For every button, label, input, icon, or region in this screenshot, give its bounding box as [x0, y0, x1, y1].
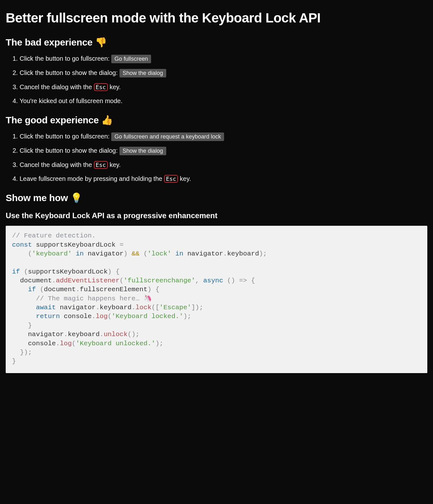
- code-punct: (: [40, 286, 44, 293]
- code-punct: ]: [191, 304, 195, 311]
- code-punct: (: [119, 277, 124, 284]
- code-punct: .: [64, 331, 68, 338]
- code-punct: {: [156, 286, 160, 293]
- code-punct: }: [12, 358, 16, 365]
- code-punct: ): [259, 250, 263, 257]
- code-ident: document: [20, 277, 52, 284]
- show-dialog-button[interactable]: Show the dialog: [119, 69, 166, 77]
- code-keyword: if: [28, 286, 36, 293]
- go-fullscreen-button[interactable]: Go fullscreen: [111, 55, 151, 63]
- article: Better fullscreen mode with the Keyboard…: [0, 0, 433, 386]
- code-punct: .: [56, 340, 60, 347]
- code-punct: ): [231, 277, 235, 284]
- code-ident: navigator: [60, 304, 95, 311]
- code-string: 'fullscreenchange': [124, 277, 195, 284]
- esc-key: Esc: [94, 161, 108, 169]
- code-punct: .: [92, 313, 96, 320]
- code-string: 'Escape': [159, 304, 191, 311]
- list-item: Cancel the dialog with the Esc key.: [20, 83, 427, 91]
- code-fn: addEventListener: [56, 277, 120, 284]
- code-punct: .: [223, 250, 227, 257]
- code-punct: .: [96, 304, 100, 311]
- code-comment: // Feature detection.: [12, 232, 96, 239]
- code-fn: log: [96, 313, 108, 320]
- code-ident: navigator: [187, 250, 223, 257]
- list-item: Click the button to go fullscreen: Go fu…: [20, 54, 427, 63]
- code-punct: ;: [159, 340, 163, 347]
- how-heading: Show me how 💡: [6, 191, 427, 205]
- code-keyword: in: [175, 250, 183, 257]
- code-ident: console: [64, 313, 92, 320]
- code-punct: (: [28, 250, 32, 257]
- code-punct: .: [52, 277, 56, 284]
- list-item: You're kicked out of fullscreen mode.: [20, 96, 427, 105]
- code-punct: (: [143, 250, 148, 257]
- code-punct: .: [131, 304, 136, 311]
- code-punct: ): [195, 304, 199, 311]
- code-ident: supportsKeyboardLock: [28, 268, 107, 275]
- bad-heading: The bad experience 👎: [6, 36, 427, 49]
- code-punct: ;: [136, 331, 140, 338]
- code-ident: console: [28, 340, 56, 347]
- show-dialog-button[interactable]: Show the dialog: [119, 147, 166, 155]
- code-ident: fullscreenElement: [80, 286, 147, 293]
- code-ident: navigator: [88, 250, 124, 257]
- code-keyword: return: [36, 313, 60, 320]
- code-punct: (: [72, 340, 76, 347]
- list-item: Cancel the dialog with the Esc key.: [20, 160, 427, 169]
- code-punct: ): [107, 268, 112, 275]
- code-punct: ): [183, 313, 187, 320]
- step-text: Click the button to go fullscreen:: [20, 55, 111, 62]
- code-punct: .: [100, 331, 104, 338]
- code-ident: keyboard: [68, 331, 100, 338]
- code-fn: unlock: [104, 331, 128, 338]
- code-punct: ;: [187, 313, 192, 320]
- code-fn: log: [60, 340, 72, 347]
- code-punct: }: [28, 322, 32, 329]
- list-item: Click the button to go fullscreen: Go fu…: [20, 132, 427, 141]
- esc-key: Esc: [94, 83, 108, 91]
- code-ident: navigator: [28, 331, 64, 338]
- code-keyword: const: [12, 241, 32, 249]
- code-op: =: [119, 241, 124, 249]
- step-text: Click the button to go fullscreen:: [20, 133, 111, 140]
- code-ident: document: [44, 286, 76, 293]
- code-string: 'lock': [148, 250, 172, 257]
- code-punct: ,: [195, 277, 199, 284]
- code-punct: ;: [263, 250, 267, 257]
- code-string: 'Keyboard unlocked.': [76, 340, 156, 347]
- code-punct: [: [156, 304, 160, 311]
- code-punct: ): [148, 286, 152, 293]
- how-subheading: Use the Keyboard Lock API as a progressi…: [6, 210, 427, 221]
- list-item: Click the button to show the dialog: Sho…: [20, 68, 427, 77]
- code-punct: ): [131, 331, 136, 338]
- code-punct: ): [124, 250, 128, 257]
- code-ident: supportsKeyboardLock: [36, 241, 116, 249]
- code-punct: {: [116, 268, 120, 275]
- go-fullscreen-lock-button[interactable]: Go fullscreen and request a keyboard loc…: [111, 132, 224, 141]
- code-punct: (: [151, 304, 156, 311]
- step-text: Click the button to show the dialog:: [20, 69, 119, 76]
- code-op: =>: [239, 277, 247, 284]
- code-keyword: await: [36, 304, 56, 311]
- code-string: 'keyboard': [32, 250, 72, 257]
- code-keyword: if: [12, 268, 20, 275]
- code-punct: ): [156, 340, 160, 347]
- good-steps-list: Click the button to go fullscreen: Go fu…: [6, 132, 427, 183]
- code-punct: {: [251, 277, 255, 284]
- esc-key: Esc: [164, 175, 178, 183]
- code-punct: .: [76, 286, 80, 293]
- list-item: Leave fullscreen mode by pressing and ho…: [20, 174, 427, 183]
- code-op: &&: [131, 250, 139, 257]
- code-punct: (: [24, 268, 28, 275]
- good-heading: The good experience 👍: [6, 114, 427, 127]
- step-text: key.: [108, 83, 121, 90]
- code-punct: ;: [28, 349, 32, 356]
- code-block: // Feature detection. const supportsKeyb…: [6, 226, 427, 373]
- list-item: Click the button to show the dialog: Sho…: [20, 146, 427, 155]
- code-ident: keyboard: [100, 304, 131, 311]
- code-punct: }: [20, 349, 24, 356]
- code-punct: (: [108, 313, 112, 320]
- code-string: 'Keyboard locked.': [112, 313, 183, 320]
- step-text: Leave fullscreen mode by pressing and ho…: [20, 175, 164, 182]
